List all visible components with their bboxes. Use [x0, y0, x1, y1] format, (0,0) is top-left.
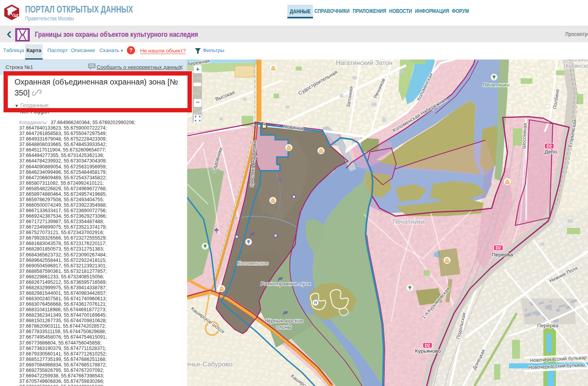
svg-text:Печатники: Печатники: [392, 218, 425, 225]
svg-text:глины: глины: [276, 324, 292, 330]
svg-text:Чёрные юрские: Чёрные юрские: [265, 318, 303, 324]
svg-text:Люблино: Люблино: [565, 60, 588, 63]
svg-text:D2: D2: [496, 245, 501, 250]
svg-text:ОД: ОД: [12, 13, 19, 18]
svg-text:D2: D2: [547, 144, 552, 148]
svg-text:Печатники: Печатники: [483, 82, 509, 88]
svg-text:Курьяново: Курьяново: [415, 348, 441, 354]
svg-text:Москворечье-Сабурово: Москворечье-Сабурово: [187, 361, 233, 368]
svg-text:Коломенское: Коломенское: [237, 260, 269, 266]
svg-text:H: H: [314, 301, 317, 305]
svg-text:Перерва: Перерва: [492, 252, 513, 258]
svg-text:(Кубанская): (Кубанская): [564, 63, 588, 69]
svg-text:Разнотравные луга: Разнотравные луга: [261, 281, 311, 287]
svg-text:D2: D2: [425, 343, 430, 348]
svg-text:Депо: Депо: [545, 149, 557, 155]
svg-text:Перерва: Перерва: [537, 323, 559, 328]
svg-text:Нагатинский Затон: Нагатинский Затон: [336, 60, 392, 66]
